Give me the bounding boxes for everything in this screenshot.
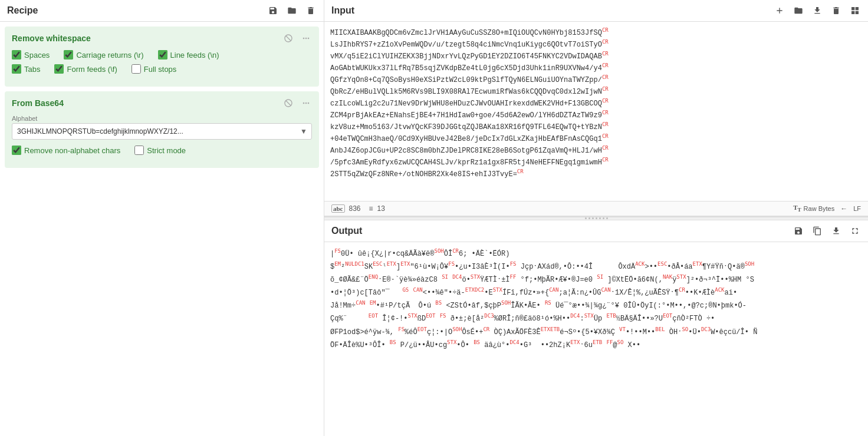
linefeeds-label: Line feeds (\n) bbox=[170, 51, 219, 60]
checkbox-fullstops[interactable]: Full stops bbox=[131, 64, 177, 74]
left-panel: Recipe Remove whitespace bbox=[0, 0, 324, 436]
output-header: Output bbox=[324, 220, 868, 242]
input-add-button[interactable] bbox=[774, 5, 785, 16]
strict-label: Strict mode bbox=[147, 146, 186, 155]
checkbox-tabs[interactable]: Tabs bbox=[12, 64, 40, 74]
status-abc: abc 836 bbox=[331, 204, 361, 213]
input-folder-button[interactable] bbox=[793, 5, 804, 16]
output-section: Output |FS0Ü• ûê¡{X¿|r•cq&ÄÃà¥ë®SOHÔÎCR6… bbox=[324, 220, 868, 437]
base64-header: From Base64 bbox=[12, 97, 312, 109]
checkbox-formfeeds[interactable]: Form feeds (\f) bbox=[54, 64, 117, 74]
remove-whitespace-block: Remove whitespace Spaces bbox=[5, 27, 319, 87]
input-text-wrapper: MIICXAIBAAKBgQDCm6vZmclJrVH1AAyGuCuSSZ8O… bbox=[324, 22, 868, 201]
base64-controls bbox=[282, 97, 312, 109]
output-export-button[interactable] bbox=[830, 225, 842, 237]
ingredient-options-button[interactable] bbox=[300, 32, 312, 44]
nonalpha-checkbox[interactable] bbox=[12, 146, 21, 155]
fullstops-checkbox[interactable] bbox=[131, 64, 141, 74]
drag-dot-6 bbox=[603, 217, 604, 219]
drag-dot-1 bbox=[585, 217, 587, 219]
drag-dot-3 bbox=[592, 217, 594, 219]
input-section: Input MIICXAIBAAKBgQDCm6 bbox=[324, 0, 868, 217]
tabs-label: Tabs bbox=[24, 65, 40, 74]
spaces-label: Spaces bbox=[24, 51, 50, 60]
abc-count: 836 bbox=[349, 204, 361, 213]
drag-dot-2 bbox=[588, 217, 590, 219]
recipe-content: Remove whitespace Spaces bbox=[0, 22, 324, 436]
checkbox-linefeeds[interactable]: Line feeds (\n) bbox=[158, 50, 219, 60]
checkbox-row-2: Tabs Form feeds (\f) Full stops bbox=[12, 64, 312, 74]
formfeeds-checkbox[interactable] bbox=[54, 64, 64, 74]
base64-title: From Base64 bbox=[12, 98, 64, 108]
drag-dot-7 bbox=[606, 217, 608, 219]
spaces-checkbox[interactable] bbox=[12, 50, 21, 60]
output-header-icons bbox=[793, 225, 861, 237]
recipe-delete-button[interactable] bbox=[305, 5, 317, 16]
alphabet-select[interactable]: 3GHIJKLMNOPQRSTUb=cdefghijklmnopWXYZ/12.… bbox=[12, 123, 312, 140]
alphabet-label: Alphabet bbox=[12, 115, 312, 122]
status-bar-left: abc 836 ≡ 13 bbox=[331, 204, 784, 213]
input-text-content[interactable]: MIICXAIBAAKBgQDCm6vZmclJrVH1AAyGuCuSSZ8O… bbox=[324, 22, 868, 201]
checkbox-row-1: Spaces Carriage returns (\r) Line feeds … bbox=[12, 50, 312, 60]
status-bar-right: TT Raw Bytes ← LF bbox=[793, 204, 861, 213]
recipe-header: Recipe bbox=[0, 0, 324, 22]
fullstops-label: Full stops bbox=[144, 65, 177, 74]
drag-dot-5 bbox=[599, 217, 601, 219]
input-status-bar: abc 836 ≡ 13 TT Raw Bytes ← LF bbox=[324, 201, 868, 216]
linefeeds-checkbox[interactable] bbox=[158, 50, 167, 60]
lines-icon: ≡ bbox=[369, 204, 373, 213]
lines-count: 13 bbox=[377, 204, 385, 213]
strict-checkbox[interactable] bbox=[134, 146, 144, 155]
formfeeds-label: Form feeds (\f) bbox=[67, 65, 117, 74]
status-lines: ≡ 13 bbox=[369, 204, 385, 213]
checkbox-strict[interactable]: Strict mode bbox=[134, 146, 186, 155]
raw-bytes-label: Raw Bytes bbox=[804, 205, 835, 212]
output-title: Output bbox=[331, 226, 793, 236]
base64-checkbox-row: Remove non-alphabet chars Strict mode bbox=[12, 146, 312, 155]
input-header-icons bbox=[774, 5, 861, 16]
base64-options-button[interactable] bbox=[300, 97, 312, 109]
ingredient-controls bbox=[282, 32, 312, 44]
checkbox-carriage[interactable]: Carriage returns (\r) bbox=[64, 50, 143, 60]
lf-tag: LF bbox=[853, 205, 861, 212]
tt-icon: TT bbox=[793, 204, 801, 213]
checkbox-nonalpha[interactable]: Remove non-alphabet chars bbox=[12, 146, 120, 155]
output-text-content: |FS0Ü• ûê¡{X¿|r•cq&ÄÃà¥ë®SOHÔÎCR6; •ÄÈ`•… bbox=[324, 242, 868, 437]
ingredient-title: Remove whitespace bbox=[12, 34, 91, 43]
recipe-header-icons bbox=[267, 5, 317, 16]
checkbox-spaces[interactable]: Spaces bbox=[12, 50, 50, 60]
drag-dots bbox=[585, 217, 608, 219]
recipe-save-button[interactable] bbox=[267, 5, 279, 16]
raw-bytes-button[interactable]: TT Raw Bytes bbox=[793, 204, 834, 213]
right-panel: Input MIICXAIBAAKBgQDCm6 bbox=[324, 0, 868, 436]
output-copy-button[interactable] bbox=[811, 225, 823, 237]
from-base64-block: From Base64 Alphabet 3GHIJKLMNOPQRSTUb=c… bbox=[5, 91, 319, 168]
carriage-label: Carriage returns (\r) bbox=[76, 51, 143, 60]
ingredient-header: Remove whitespace bbox=[12, 32, 312, 44]
nonalpha-label: Remove non-alphabet chars bbox=[24, 146, 120, 155]
carriage-checkbox[interactable] bbox=[64, 50, 73, 60]
recipe-title: Recipe bbox=[7, 5, 267, 16]
input-delete-button[interactable] bbox=[830, 5, 842, 16]
arrow-icon: ← bbox=[840, 204, 847, 213]
tabs-checkbox[interactable] bbox=[12, 64, 21, 74]
output-save-button[interactable] bbox=[793, 225, 804, 237]
drag-dot-4 bbox=[596, 217, 597, 219]
alphabet-select-wrapper: Alphabet 3GHIJKLMNOPQRSTUb=cdefghijklmno… bbox=[12, 115, 312, 140]
input-header: Input bbox=[324, 0, 868, 22]
abc-icon: abc bbox=[331, 204, 345, 213]
input-export-button[interactable] bbox=[811, 5, 823, 16]
input-layout-button[interactable] bbox=[849, 5, 861, 16]
input-title: Input bbox=[331, 5, 774, 16]
base64-disable-button[interactable] bbox=[282, 97, 294, 109]
ingredient-disable-button[interactable] bbox=[282, 32, 294, 44]
output-fullscreen-button[interactable] bbox=[849, 225, 861, 237]
recipe-open-button[interactable] bbox=[286, 5, 298, 16]
